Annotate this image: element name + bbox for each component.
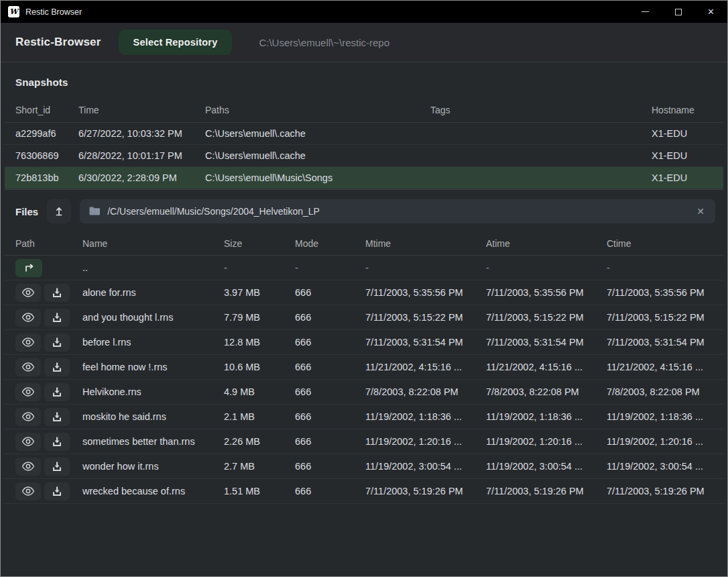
snapshots-heading: Snapshots: [1, 62, 727, 98]
download-file-button[interactable]: [44, 309, 70, 327]
window-controls: ✕: [629, 1, 727, 23]
column-header-tags[interactable]: Tags: [430, 105, 652, 115]
file-mode: 666: [295, 312, 365, 323]
file-ctime: 11/19/2002, 3:00:54 ...: [607, 461, 713, 472]
snapshot-row[interactable]: a2299af6 6/27/2022, 10:03:32 PM C:\Users…: [5, 123, 723, 145]
file-ctime: -: [607, 262, 713, 273]
repository-path: C:\Users\emuell\~\restic-repo: [259, 37, 389, 48]
column-header-short-id[interactable]: Short_id: [15, 105, 78, 115]
go-to-root-button[interactable]: [47, 199, 71, 223]
file-row: wrecked because of.rns 1.51 MB 666 7/11/…: [5, 479, 723, 504]
file-ctime: 7/11/2003, 5:31:54 PM: [607, 337, 713, 348]
file-mode: -: [295, 262, 365, 273]
file-mtime: 7/11/2003, 5:15:22 PM: [365, 312, 486, 323]
eye-icon: [21, 387, 35, 397]
parent-directory-row: .. - - - - -: [5, 256, 723, 280]
download-file-button[interactable]: [44, 482, 70, 501]
file-name: sometimes better than.rns: [82, 436, 224, 447]
preview-file-button[interactable]: [15, 333, 41, 352]
column-header-mode[interactable]: Mode: [295, 238, 365, 249]
snapshot-hostname: X1-EDU: [652, 150, 713, 161]
file-mtime: 11/19/2002, 1:20:16 ...: [365, 436, 486, 447]
column-header-mtime[interactable]: Mtime: [365, 238, 486, 249]
file-atime: 11/21/2002, 4:15:16 ...: [486, 362, 607, 372]
parent-actions: [15, 259, 82, 277]
preview-file-button[interactable]: [15, 358, 41, 376]
file-name: wonder how it.rns: [82, 461, 224, 472]
download-file-button[interactable]: [44, 358, 70, 376]
file-mode: 666: [295, 287, 365, 298]
minimize-button[interactable]: [629, 1, 662, 23]
file-actions: [15, 458, 82, 476]
download-icon: [52, 362, 62, 372]
column-header-ctime[interactable]: Ctime: [607, 238, 713, 249]
column-header-paths[interactable]: Paths: [205, 105, 430, 115]
file-mode: 666: [295, 486, 365, 496]
download-icon: [52, 337, 62, 348]
snapshot-row[interactable]: 72b813bb 6/30/2022, 2:28:09 PM C:\Users\…: [5, 167, 723, 189]
file-mtime: 7/8/2003, 8:22:08 PM: [365, 386, 486, 397]
download-file-button[interactable]: [44, 383, 70, 401]
column-header-size[interactable]: Size: [224, 238, 295, 249]
file-actions: [15, 433, 82, 451]
file-actions: [15, 383, 82, 401]
preview-file-button[interactable]: [15, 458, 41, 476]
snapshot-row[interactable]: 76306869 6/28/2022, 10:01:17 PM C:\Users…: [5, 145, 723, 167]
go-up-button[interactable]: [15, 259, 42, 277]
file-atime: 11/19/2002, 1:20:16 ...: [486, 436, 607, 447]
file-size: 2.7 MB: [224, 461, 295, 472]
maximize-icon: [675, 9, 682, 15]
file-size: 10.6 MB: [224, 362, 295, 372]
file-mtime: 11/21/2002, 4:15:16 ...: [365, 362, 486, 372]
titlebar: W Restic Browser ✕: [1, 1, 727, 23]
download-icon: [52, 437, 62, 447]
file-actions: [15, 482, 82, 501]
column-header-atime[interactable]: Atime: [486, 238, 607, 249]
close-button[interactable]: ✕: [694, 1, 727, 23]
column-header-time[interactable]: Time: [78, 105, 205, 115]
preview-file-button[interactable]: [15, 408, 41, 426]
download-file-button[interactable]: [44, 433, 70, 451]
column-header-hostname[interactable]: Hostname: [652, 105, 713, 115]
snapshot-short-id: a2299af6: [15, 128, 78, 139]
download-file-button[interactable]: [44, 408, 70, 426]
files-table-header: Path Name Size Mode Mtime Atime Ctime: [5, 231, 723, 256]
download-file-button[interactable]: [44, 284, 70, 302]
column-header-path[interactable]: Path: [15, 238, 82, 249]
eye-icon: [21, 362, 35, 372]
file-atime: 7/8/2003, 8:22:08 PM: [486, 386, 607, 397]
preview-file-button[interactable]: [15, 309, 41, 327]
preview-file-button[interactable]: [15, 482, 41, 501]
select-repository-button[interactable]: Select Repository: [119, 30, 233, 55]
file-ctime: 7/11/2003, 5:15:22 PM: [607, 312, 713, 323]
preview-file-button[interactable]: [15, 433, 41, 451]
file-atime: 7/11/2003, 5:19:26 PM: [486, 486, 607, 496]
snapshots-table: Short_id Time Paths Tags Hostname a2299a…: [5, 98, 723, 190]
file-name: before l.rns: [82, 337, 224, 348]
column-header-name[interactable]: Name: [82, 238, 224, 249]
file-ctime: 11/19/2002, 1:18:36 ...: [607, 411, 713, 422]
eye-icon: [21, 462, 35, 471]
file-size: 12.8 MB: [224, 337, 295, 348]
file-size: 3.97 MB: [224, 287, 295, 298]
download-file-button[interactable]: [44, 458, 70, 476]
download-file-button[interactable]: [44, 333, 70, 352]
file-name: moskito he said.rns: [82, 411, 224, 422]
clear-path-button[interactable]: ✕: [695, 206, 706, 217]
file-mode: 666: [295, 461, 365, 472]
app-icon-letter: W: [9, 7, 17, 16]
snapshot-short-id: 76306869: [15, 150, 78, 161]
current-path-field[interactable]: /C/Users/emuell/Music/Songs/2004_Helveti…: [80, 199, 715, 223]
snapshot-paths: C:\Users\emuell\.cache: [205, 150, 430, 161]
preview-file-button[interactable]: [15, 383, 41, 401]
file-row: and you thought l.rns 7.79 MB 666 7/11/2…: [5, 305, 723, 330]
minimize-icon: [642, 11, 649, 12]
file-mtime: -: [365, 262, 486, 273]
file-actions: [15, 309, 82, 327]
preview-file-button[interactable]: [15, 284, 41, 302]
file-actions: [15, 358, 82, 376]
snapshot-hostname: X1-EDU: [652, 172, 713, 183]
file-mtime: 7/11/2003, 5:31:54 PM: [365, 337, 486, 348]
maximize-button[interactable]: [662, 1, 694, 23]
app-title: Restic-Browser: [15, 36, 101, 49]
